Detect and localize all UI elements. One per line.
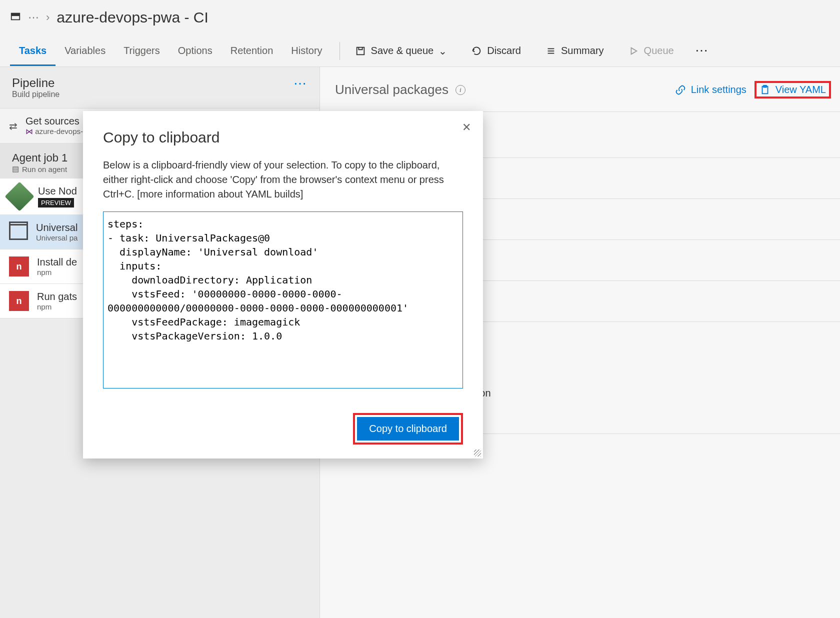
view-yaml-button[interactable]: View YAML (760, 84, 826, 96)
task-node-title: Use Nod (38, 186, 77, 197)
breadcrumb-ellipsis[interactable]: ⋯ (28, 11, 39, 24)
save-and-queue-button[interactable]: Save & queue ⌄ (348, 40, 454, 62)
tab-variables[interactable]: Variables (56, 36, 114, 66)
modal-title: Copy to clipboard (103, 129, 463, 146)
task-install-title: Install de (37, 256, 77, 268)
tab-history[interactable]: History (282, 36, 331, 66)
npm-icon: n (9, 256, 29, 276)
close-button[interactable]: ✕ (462, 121, 471, 134)
task-universal-title: Universal (36, 222, 78, 234)
more-button[interactable]: ⋯ (688, 38, 715, 64)
node-icon (4, 182, 34, 211)
tab-tasks[interactable]: Tasks (10, 36, 56, 66)
tab-retention[interactable]: Retention (222, 36, 282, 66)
link-icon (675, 84, 686, 96)
task-universal-sub: Universal pa (36, 234, 78, 242)
page-title[interactable]: azure-devops-pwa - CI (56, 9, 208, 26)
save-icon (355, 46, 366, 56)
repo-name: azure-devops- (35, 127, 83, 136)
project-icon[interactable] (10, 11, 21, 24)
divider (340, 42, 340, 60)
task-gatsby-title: Run gats (37, 291, 77, 302)
undo-icon (471, 46, 482, 56)
panel-title: Universal packages i (335, 82, 466, 98)
task-install-sub: npm (37, 268, 77, 276)
pipeline-more-button[interactable]: ⋯ (294, 76, 308, 92)
resize-grip[interactable] (474, 450, 481, 456)
tab-triggers[interactable]: Triggers (114, 36, 169, 66)
queue-button: Queue (621, 40, 681, 62)
pipeline-title: Pipeline (12, 76, 60, 90)
svg-rect-1 (12, 13, 20, 16)
chevron-right-icon: › (46, 11, 50, 24)
summary-button[interactable]: Summary (538, 40, 611, 62)
npm-icon: n (9, 291, 29, 311)
copy-clipboard-modal: ✕ Copy to clipboard Below is a clipboard… (83, 111, 483, 458)
sources-icon: ⇄ (9, 120, 18, 132)
task-gatsby-sub: npm (37, 302, 77, 311)
modal-description: Below is a clipboard-friendly view of yo… (103, 158, 463, 202)
breadcrumb: ⋯ › azure-devops-pwa - CI (0, 0, 840, 35)
link-settings-button[interactable]: Link settings (675, 84, 746, 96)
clipboard-icon (760, 84, 770, 96)
copy-to-clipboard-button[interactable]: Copy to clipboard (357, 417, 459, 440)
chevron-down-icon: ⌄ (438, 45, 447, 57)
pipeline-subtitle: Build pipeline (12, 90, 60, 99)
tab-options[interactable]: Options (169, 36, 222, 66)
play-icon (628, 46, 639, 56)
preview-badge: PREVIEW (38, 198, 74, 208)
yaml-textarea[interactable] (103, 212, 463, 388)
svg-rect-2 (356, 47, 364, 54)
copy-button-highlight: Copy to clipboard (353, 413, 463, 444)
list-icon (545, 46, 556, 56)
agent-job-subtitle: Run on agent (22, 165, 67, 174)
pipeline-header[interactable]: Pipeline Build pipeline ⋯ (0, 67, 320, 108)
view-yaml-highlight: View YAML (754, 81, 831, 98)
info-icon[interactable]: i (456, 85, 466, 95)
tab-bar: Tasks Variables Triggers Options Retenti… (0, 35, 840, 67)
package-icon (9, 224, 28, 240)
discard-button[interactable]: Discard (464, 40, 528, 62)
get-sources-label: Get sources (26, 116, 83, 127)
server-icon: ▤ (12, 164, 19, 174)
